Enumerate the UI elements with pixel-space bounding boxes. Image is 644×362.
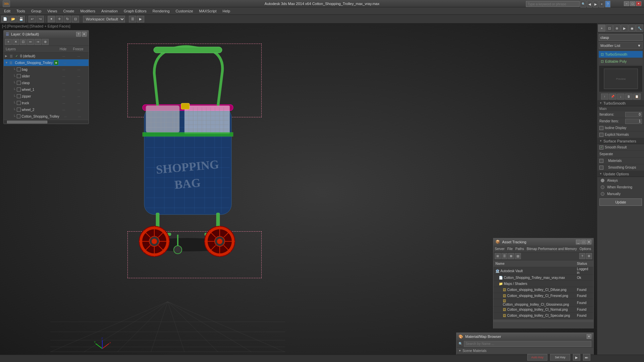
layer-panel-titlebar[interactable]: ☰ Layer: 0 (default) ? ✕ xyxy=(4,31,89,38)
asset-close-btn[interactable]: ✕ xyxy=(587,240,591,244)
bt-next[interactable]: ⏭ xyxy=(583,354,590,361)
close-btn[interactable]: ✕ xyxy=(636,1,641,6)
layer-item-clasp[interactable]: └ clasp — — xyxy=(4,79,89,86)
search-btn[interactable]: 🔍 xyxy=(580,1,586,7)
layer-item-slider[interactable]: └ slider — — xyxy=(4,73,89,79)
layer-tb-merge[interactable]: ⊕ xyxy=(42,39,49,45)
search-opt1[interactable]: ◀ xyxy=(587,1,592,7)
tab-motion[interactable]: ▶ xyxy=(621,24,628,32)
scene-mat-header[interactable]: Scene Materials xyxy=(457,348,593,354)
modifier-list-header[interactable]: Modifier List ▼ xyxy=(599,42,643,49)
tb-new[interactable]: 📄 xyxy=(1,16,9,22)
menu-rendering[interactable]: Rendering xyxy=(150,8,172,14)
layer-item-bag[interactable]: └ bag — — xyxy=(4,66,89,73)
asset-menu-file[interactable]: File xyxy=(507,247,513,251)
tb-render[interactable]: ▶ xyxy=(137,16,144,22)
asset-tb2[interactable]: ☰ xyxy=(501,253,507,259)
asset-row-maps[interactable]: 📁Maps / Shaders xyxy=(493,281,593,287)
tb-undo[interactable]: ↩ xyxy=(29,16,36,22)
layer-item-wheel2[interactable]: └ wheel_2 — — xyxy=(4,106,89,113)
explicit-normals-checkbox[interactable] xyxy=(599,133,603,137)
maximize-btn[interactable]: □ xyxy=(630,1,635,6)
mod-nav-copy[interactable]: 📋 xyxy=(633,94,641,100)
prop-isoline[interactable]: Isoline Display xyxy=(597,125,644,131)
modifier-turbosmooth[interactable]: ⊡ TurboSmooth xyxy=(599,51,643,58)
radio-always[interactable]: Always xyxy=(597,177,644,184)
tab-create[interactable]: + xyxy=(598,24,605,32)
layer-tb-move2[interactable]: ⇒ xyxy=(35,39,41,45)
layer-item-default[interactable]: ▶ ☰ ✓ 0 (default) — — xyxy=(4,53,89,59)
layer-item-truck[interactable]: └ truck — — xyxy=(4,100,89,106)
asset-tb6[interactable]: ⚙ xyxy=(586,253,592,259)
radio-when-rendering[interactable]: When Rendering xyxy=(597,184,644,190)
radio-always-btn[interactable] xyxy=(601,179,604,182)
layer-scrollbar[interactable] xyxy=(4,120,89,124)
layer-tb-delete[interactable]: ✕ xyxy=(12,39,19,45)
prop-materials[interactable]: Materials xyxy=(597,158,644,164)
asset-row-specular[interactable]: 🖼Cotton_shopping_trolley_CI_Specular.png… xyxy=(493,313,593,319)
render-iters-input[interactable] xyxy=(625,119,642,124)
tb-move[interactable]: ✛ xyxy=(56,16,63,22)
tb-layers[interactable]: ☰ xyxy=(129,16,136,22)
update-button[interactable]: Update xyxy=(599,198,642,206)
mod-nav-pin[interactable]: 📌 xyxy=(609,94,616,100)
menu-help[interactable]: Help xyxy=(220,8,233,14)
menu-customize[interactable]: Customize xyxy=(173,8,196,14)
layer-help-btn[interactable]: ? xyxy=(76,32,81,37)
isoline-checkbox[interactable] xyxy=(599,126,603,130)
iterations-input[interactable] xyxy=(625,112,642,117)
asset-menu-options[interactable]: Options xyxy=(580,247,591,251)
asset-tb3[interactable]: ⊠ xyxy=(508,253,514,259)
asset-tb1[interactable]: ⊞ xyxy=(495,253,501,259)
smooth-result-checkbox[interactable]: ✓ xyxy=(599,145,603,149)
prop-explicit-normals[interactable]: Explicit Normals xyxy=(597,131,644,138)
asset-menu-paths[interactable]: Paths xyxy=(516,247,524,251)
layer-tb-new[interactable]: + xyxy=(5,39,12,45)
layer-item-trolley2[interactable]: └ Cotton_Shopping_Trolley — — xyxy=(4,113,89,120)
menu-tools[interactable]: Tools xyxy=(14,8,28,14)
section-surface-params[interactable]: Surface Parameters xyxy=(597,138,644,144)
workspace-dropdown[interactable]: Workspace: Default xyxy=(83,16,125,22)
asset-menu-server[interactable]: Server xyxy=(495,247,504,251)
radio-manually[interactable]: Manually xyxy=(597,190,644,197)
asset-row-vault[interactable]: 🏦Autodesk Vault Logged in xyxy=(493,267,593,275)
section-turbosmooth[interactable]: TurboSmooth xyxy=(597,100,644,106)
tab-display[interactable]: ◉ xyxy=(629,24,636,32)
mod-nav-up[interactable]: ↑ xyxy=(601,94,608,100)
asset-tb5[interactable]: ? xyxy=(579,253,585,259)
layer-tb-select[interactable]: ⊡ xyxy=(20,39,26,45)
asset-menu-bitmap[interactable]: Bitmap Performance and Memory xyxy=(527,247,577,251)
tb-open[interactable]: 📂 xyxy=(9,16,17,22)
menu-views[interactable]: Views xyxy=(45,8,60,14)
prop-smoothing-groups[interactable]: Smoothing Groups xyxy=(597,164,644,171)
mod-nav-down[interactable]: ↓ xyxy=(617,94,625,100)
bt-anim[interactable]: Auto Key xyxy=(527,354,547,361)
tab-hierarchy[interactable]: ⊕ xyxy=(613,24,621,32)
asset-minimize-btn[interactable]: _ xyxy=(576,240,581,244)
asset-row-fresnel[interactable]: 🖼Cotton_shopping_trolley_CI_Fresnel.png … xyxy=(493,293,593,299)
material-search-input[interactable] xyxy=(464,341,591,347)
asset-row-glossiness[interactable]: 🖼Cotton_shopping_trolley_CI_Glossiness.p… xyxy=(493,299,593,307)
tb-rotate[interactable]: ↻ xyxy=(64,16,71,22)
menu-group[interactable]: Group xyxy=(29,8,44,14)
asset-row-difuse[interactable]: 🖼Cotton_shopping_trolley_CI_Difuse.png F… xyxy=(493,287,593,293)
bt-play[interactable]: ▶ xyxy=(573,354,580,361)
materials-checkbox[interactable] xyxy=(599,159,603,163)
layer-close-btn[interactable]: ✕ xyxy=(82,32,87,37)
tb-save[interactable]: 💾 xyxy=(17,16,25,22)
menu-graph-editors[interactable]: Graph Editors xyxy=(121,8,149,14)
tab-utility[interactable]: 🔧 xyxy=(636,24,643,32)
asset-row-max[interactable]: 📄Cotton_Shopping_Trolley_max_vray.max Ok xyxy=(493,275,593,281)
minimize-btn[interactable]: − xyxy=(624,1,629,6)
asset-tb4[interactable]: ▤ xyxy=(515,253,521,259)
layer-item-zipper[interactable]: └ zipper — — xyxy=(4,93,89,100)
asset-row-normal[interactable]: 🖼Cotton_shopping_trolley_CI_Normal.png F… xyxy=(493,307,593,313)
search-opt2[interactable]: ▶ xyxy=(593,1,598,7)
mod-nav-trash[interactable]: 🗑 xyxy=(625,94,633,100)
menu-edit[interactable]: Edit xyxy=(1,8,13,14)
tab-modify[interactable]: ⊡ xyxy=(606,24,613,32)
asset-maximize-btn[interactable]: □ xyxy=(581,240,586,244)
modifier-search[interactable] xyxy=(599,34,643,41)
smoothing-groups-checkbox[interactable] xyxy=(599,166,603,170)
layer-item-wheel1[interactable]: └ wheel_1 — — xyxy=(4,86,89,93)
